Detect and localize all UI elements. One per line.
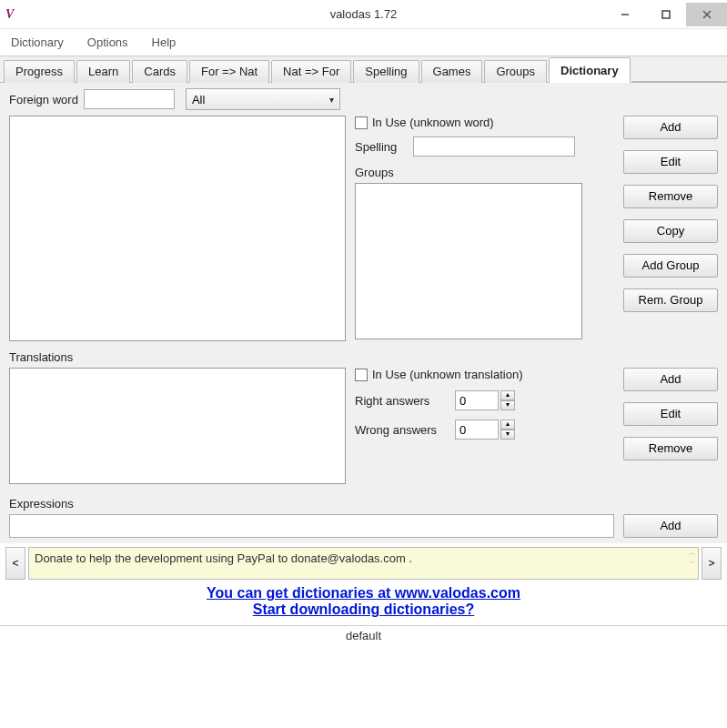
filter-combo-value: All bbox=[192, 93, 205, 106]
spelling-label: Spelling bbox=[355, 140, 406, 154]
groups-listbox[interactable] bbox=[355, 183, 582, 339]
svg-rect-1 bbox=[662, 11, 670, 18]
right-up-icon[interactable]: ▴ bbox=[500, 390, 515, 400]
expressions-label: Expressions bbox=[9, 497, 718, 511]
tab-progress[interactable]: Progress bbox=[4, 60, 75, 83]
tab-spelling[interactable]: Spelling bbox=[353, 60, 419, 83]
content: Foreign word All ▾ In Use (unknown word)… bbox=[0, 83, 727, 543]
inuse-word-checkbox[interactable] bbox=[355, 116, 368, 129]
remove-trans-button[interactable]: Remove bbox=[623, 437, 718, 460]
tab-games[interactable]: Games bbox=[421, 60, 483, 83]
app-icon: V bbox=[5, 7, 20, 22]
menubar: Dictionary Options Help bbox=[0, 29, 727, 56]
spelling-input[interactable] bbox=[413, 136, 575, 157]
tab-groups[interactable]: Groups bbox=[484, 60, 547, 83]
tab-for-nat[interactable]: For => Nat bbox=[189, 60, 269, 83]
close-button[interactable] bbox=[686, 3, 727, 26]
footer-links: You can get dictionaries at www.valodas.… bbox=[0, 580, 727, 620]
maximize-button[interactable] bbox=[645, 3, 686, 26]
minimize-button[interactable] bbox=[604, 3, 645, 26]
add-trans-button[interactable]: Add bbox=[623, 368, 718, 391]
menu-options[interactable]: Options bbox=[84, 33, 132, 52]
tabbar: Progress Learn Cards For => Nat Nat => F… bbox=[0, 56, 727, 83]
menu-help[interactable]: Help bbox=[148, 33, 180, 52]
copy-word-button[interactable]: Copy bbox=[623, 219, 718, 243]
foreign-word-input[interactable] bbox=[84, 89, 175, 109]
statusbar: default bbox=[0, 625, 727, 645]
tab-dictionary[interactable]: Dictionary bbox=[549, 57, 631, 83]
titlebar: V valodas 1.72 bbox=[0, 0, 727, 29]
translations-listbox[interactable] bbox=[9, 368, 346, 484]
inuse-word-label: In Use (unknown word) bbox=[372, 116, 494, 129]
right-down-icon[interactable]: ▾ bbox=[500, 400, 515, 410]
rem-group-button[interactable]: Rem. Group bbox=[623, 288, 718, 312]
right-answers-input[interactable] bbox=[455, 390, 499, 410]
add-group-button[interactable]: Add Group bbox=[623, 254, 718, 278]
wrong-answers-label: Wrong answers bbox=[355, 423, 455, 437]
right-answers-label: Right answers bbox=[355, 394, 455, 408]
right-answers-stepper[interactable]: ▴ ▾ bbox=[455, 390, 515, 410]
translations-label: Translations bbox=[9, 350, 718, 364]
groups-label: Groups bbox=[355, 166, 614, 179]
expressions-input[interactable] bbox=[9, 514, 614, 538]
words-listbox[interactable] bbox=[9, 116, 346, 341]
edit-word-button[interactable]: Edit bbox=[623, 150, 718, 174]
donate-prev-button[interactable]: < bbox=[5, 547, 25, 580]
chevron-down-icon: ▾ bbox=[329, 95, 334, 105]
foreign-word-label: Foreign word bbox=[9, 93, 78, 106]
donate-text: Donate to help the development using Pay… bbox=[28, 547, 699, 580]
inuse-trans-label: In Use (unknown translation) bbox=[372, 368, 522, 381]
wrong-down-icon[interactable]: ▾ bbox=[500, 430, 515, 440]
tab-cards[interactable]: Cards bbox=[132, 60, 187, 83]
wrong-up-icon[interactable]: ▴ bbox=[500, 420, 515, 430]
filter-combo[interactable]: All ▾ bbox=[186, 88, 340, 110]
wrong-answers-stepper[interactable]: ▴ ▾ bbox=[455, 420, 515, 440]
remove-word-button[interactable]: Remove bbox=[623, 185, 718, 208]
wrong-answers-input[interactable] bbox=[455, 420, 499, 440]
donate-next-button[interactable]: > bbox=[702, 547, 722, 580]
donate-scroll-down-icon[interactable]: ﹀ bbox=[689, 560, 696, 567]
download-dictionaries-link[interactable]: Start downloading dictionaries? bbox=[0, 602, 727, 618]
get-dictionaries-link[interactable]: You can get dictionaries at www.valodas.… bbox=[0, 585, 727, 602]
edit-trans-button[interactable]: Edit bbox=[623, 402, 718, 426]
donate-scroll-up-icon[interactable]: ︿ bbox=[689, 550, 696, 557]
tab-learn[interactable]: Learn bbox=[76, 60, 130, 83]
donate-bar: < Donate to help the development using P… bbox=[5, 547, 722, 580]
add-expression-button[interactable]: Add bbox=[623, 514, 718, 538]
inuse-trans-checkbox[interactable] bbox=[355, 369, 368, 381]
tab-nat-for[interactable]: Nat => For bbox=[271, 60, 351, 83]
menu-dictionary[interactable]: Dictionary bbox=[7, 33, 67, 52]
add-word-button[interactable]: Add bbox=[623, 116, 718, 139]
